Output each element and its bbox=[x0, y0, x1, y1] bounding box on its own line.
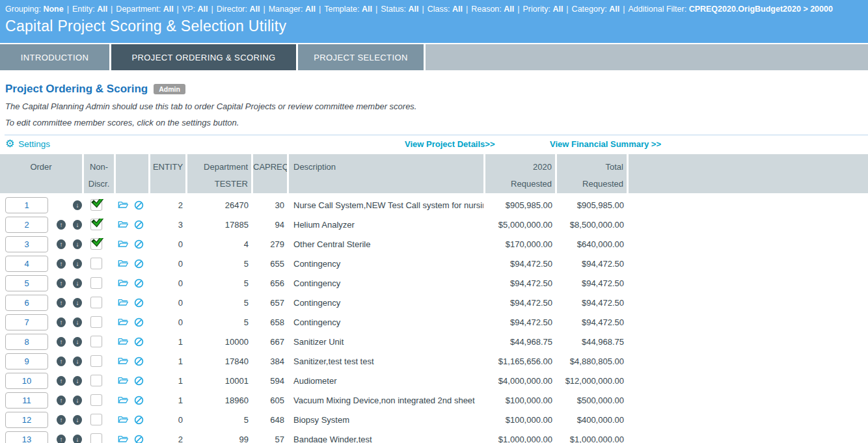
open-folder-icon[interactable] bbox=[118, 337, 128, 346]
order-input[interactable] bbox=[5, 256, 48, 272]
non-discretionary-checkbox[interactable] bbox=[90, 316, 102, 328]
move-down-button[interactable]: ↓ bbox=[73, 278, 82, 288]
block-icon[interactable] bbox=[134, 356, 144, 366]
column-header-capreq: CAPREQ bbox=[253, 154, 287, 193]
view-financial-summary-link[interactable]: View Financial Summary >> bbox=[550, 139, 661, 149]
move-up-button[interactable]: ↑ bbox=[57, 415, 66, 425]
order-input[interactable] bbox=[5, 373, 48, 389]
filter-value: All bbox=[552, 5, 563, 14]
capreq-value: 667 bbox=[253, 337, 287, 347]
move-up-button[interactable]: ↑ bbox=[57, 317, 66, 327]
non-discretionary-checkbox[interactable] bbox=[90, 414, 102, 425]
settings-button[interactable]: ⚙ Settings bbox=[5, 139, 50, 149]
order-input[interactable] bbox=[5, 217, 48, 233]
order-input[interactable] bbox=[5, 431, 48, 443]
order-input[interactable] bbox=[5, 197, 48, 213]
move-up-button[interactable]: ↑ bbox=[57, 396, 66, 405]
total-requested-value: $12,000,000.00 bbox=[557, 376, 627, 386]
department-value: 17885 bbox=[187, 220, 251, 230]
move-down-button[interactable]: ↓ bbox=[73, 200, 82, 210]
description-value: Bandage Winder,test bbox=[289, 435, 483, 443]
non-discretionary-checkbox[interactable] bbox=[90, 238, 102, 250]
block-icon[interactable] bbox=[134, 376, 144, 386]
block-icon[interactable] bbox=[134, 435, 144, 443]
move-up-button[interactable]: ↑ bbox=[57, 259, 66, 269]
open-folder-icon[interactable] bbox=[118, 278, 128, 288]
open-folder-icon[interactable] bbox=[118, 200, 128, 209]
block-icon[interactable] bbox=[134, 259, 144, 269]
open-folder-icon[interactable] bbox=[118, 356, 128, 366]
move-down-button[interactable]: ↓ bbox=[73, 337, 82, 347]
tab-introduction[interactable]: INTRODUCTION bbox=[0, 44, 109, 70]
table-row: ↑ ↓ bbox=[0, 332, 868, 351]
non-discretionary-checkbox[interactable] bbox=[90, 394, 102, 406]
block-icon[interactable] bbox=[134, 337, 144, 347]
move-up-button[interactable]: ↑ bbox=[57, 298, 66, 308]
move-down-button[interactable]: ↓ bbox=[73, 239, 82, 249]
filter-separator: | bbox=[211, 5, 213, 14]
move-down-button[interactable]: ↓ bbox=[73, 317, 82, 327]
block-icon[interactable] bbox=[134, 415, 144, 425]
filter-value: All bbox=[504, 5, 514, 14]
open-folder-icon[interactable] bbox=[118, 298, 128, 307]
open-folder-icon[interactable] bbox=[118, 396, 128, 405]
block-icon[interactable] bbox=[134, 239, 144, 249]
move-down-button[interactable]: ↓ bbox=[73, 298, 82, 308]
non-discretionary-checkbox[interactable] bbox=[90, 219, 102, 230]
move-down-button[interactable]: ↓ bbox=[73, 220, 82, 230]
move-down-button[interactable]: ↓ bbox=[73, 376, 82, 386]
capreq-value: 648 bbox=[253, 415, 287, 425]
move-up-button[interactable]: ↑ bbox=[57, 239, 66, 249]
non-discretionary-checkbox[interactable] bbox=[90, 277, 102, 289]
non-discretionary-checkbox[interactable] bbox=[90, 297, 102, 308]
move-up-button[interactable]: ↑ bbox=[57, 278, 66, 288]
open-folder-icon[interactable] bbox=[118, 239, 128, 248]
block-icon[interactable] bbox=[134, 200, 144, 210]
non-discretionary-checkbox[interactable] bbox=[90, 199, 102, 211]
non-discretionary-checkbox[interactable] bbox=[90, 433, 102, 443]
move-down-button[interactable]: ↓ bbox=[73, 356, 82, 366]
move-down-button[interactable]: ↓ bbox=[73, 396, 82, 405]
non-discretionary-checkbox[interactable] bbox=[90, 355, 102, 367]
order-input[interactable] bbox=[5, 275, 48, 291]
move-down-button[interactable]: ↓ bbox=[73, 415, 82, 425]
block-icon[interactable] bbox=[134, 317, 144, 327]
filter-value: All bbox=[452, 5, 463, 14]
open-folder-icon[interactable] bbox=[118, 415, 128, 424]
tab-project-selection[interactable]: PROJECT SELECTION bbox=[298, 44, 424, 70]
order-input[interactable] bbox=[5, 353, 48, 369]
open-folder-icon[interactable] bbox=[118, 435, 128, 443]
block-icon[interactable] bbox=[134, 396, 144, 405]
move-up-button[interactable]: ↑ bbox=[57, 435, 66, 443]
open-folder-icon[interactable] bbox=[118, 259, 128, 268]
move-up-button[interactable]: ↑ bbox=[57, 376, 66, 386]
order-input[interactable] bbox=[5, 334, 48, 350]
requested-2020-value: $170,000.00 bbox=[485, 239, 555, 249]
gear-icon: ⚙ bbox=[5, 139, 14, 149]
view-project-details-link[interactable]: View Project Details>> bbox=[405, 139, 495, 149]
tab-project-ordering-scoring[interactable]: PROJECT ORDERING & SCORING bbox=[111, 44, 296, 70]
order-input[interactable] bbox=[5, 392, 48, 409]
block-icon[interactable] bbox=[134, 298, 144, 308]
filter-label: Status: bbox=[381, 5, 406, 14]
move-down-button[interactable]: ↓ bbox=[73, 435, 82, 443]
block-icon[interactable] bbox=[134, 278, 144, 288]
open-folder-icon[interactable] bbox=[118, 317, 128, 327]
open-folder-icon[interactable] bbox=[118, 220, 128, 229]
open-folder-icon[interactable] bbox=[118, 376, 128, 385]
move-up-button[interactable]: ↑ bbox=[57, 356, 66, 366]
non-discretionary-checkbox[interactable] bbox=[90, 336, 102, 347]
order-input[interactable] bbox=[5, 314, 48, 330]
order-input[interactable] bbox=[5, 412, 48, 428]
total-requested-value: $4,880,805.00 bbox=[557, 356, 627, 366]
non-discretionary-checkbox[interactable] bbox=[90, 375, 102, 386]
move-up-button[interactable]: ↑ bbox=[57, 337, 66, 347]
order-input[interactable] bbox=[5, 295, 48, 311]
block-icon[interactable] bbox=[134, 220, 144, 230]
order-input[interactable] bbox=[5, 236, 48, 252]
description-value: Other Central Sterile bbox=[289, 239, 483, 249]
move-up-button[interactable]: ↑ bbox=[57, 220, 66, 230]
order-cell: ↑ ↓ bbox=[0, 431, 82, 443]
non-discretionary-checkbox[interactable] bbox=[90, 258, 102, 269]
move-down-button[interactable]: ↓ bbox=[73, 259, 82, 269]
